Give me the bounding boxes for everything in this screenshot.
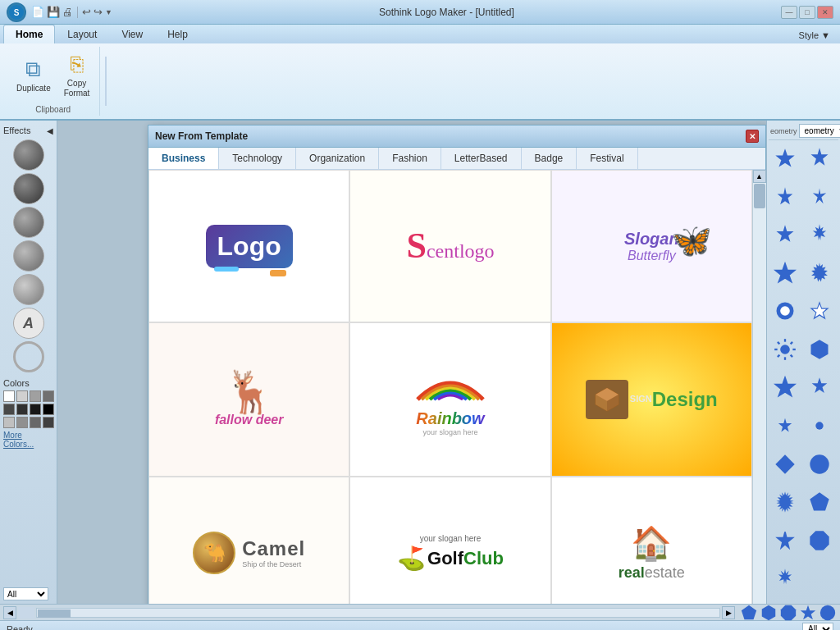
- template-golfclub[interactable]: your slogan here ⛳ GolfClub: [349, 477, 550, 604]
- shape-ring-star[interactable]: [770, 296, 800, 326]
- tab-fashion[interactable]: Fashion: [379, 148, 441, 169]
- rainbow-svg: [409, 363, 491, 404]
- shape-hexagon[interactable]: [805, 335, 834, 364]
- tab-organization[interactable]: Organization: [296, 148, 379, 169]
- all-dropdown[interactable]: All: [3, 587, 48, 600]
- shape-6star-2[interactable]: [805, 144, 834, 173]
- tab-home[interactable]: Home: [3, 25, 55, 43]
- left-panel: Effects ◀ A Colors: [0, 121, 57, 604]
- template-logo1[interactable]: Logo: [148, 170, 349, 322]
- shape-octagon[interactable]: [805, 526, 834, 555]
- shape-starburst-3[interactable]: [770, 487, 800, 517]
- scroll-h-thumb[interactable]: [38, 609, 71, 618]
- shape-star-outline-3[interactable]: [770, 526, 800, 555]
- ribbon-content: ⧉ Duplicate ⎘ CopyFormat Clipboard: [0, 43, 840, 121]
- color-dimgray[interactable]: [30, 417, 41, 428]
- shape-star-small[interactable]: [770, 411, 800, 441]
- svg-point-18: [780, 345, 790, 354]
- ribbon-separator: [105, 57, 107, 106]
- svg-text:S: S: [14, 8, 20, 17]
- color-gray[interactable]: [30, 390, 41, 402]
- color-silver[interactable]: [3, 417, 15, 428]
- shape-star-5[interactable]: [770, 220, 800, 249]
- effect-circle-5[interactable]: [13, 274, 44, 305]
- tab-letterbased[interactable]: LetterBased: [441, 148, 522, 169]
- tab-help[interactable]: Help: [155, 25, 200, 43]
- color-charcoal[interactable]: [3, 404, 15, 415]
- shape-star-outline-2[interactable]: [770, 372, 800, 402]
- tab-view[interactable]: View: [109, 25, 155, 43]
- copy-format-button[interactable]: ⎘ CopyFormat: [59, 48, 95, 102]
- status-right: All: [802, 623, 833, 631]
- tab-layout[interactable]: Layout: [55, 25, 109, 43]
- shape-star-4[interactable]: [805, 182, 834, 212]
- color-verydark[interactable]: [16, 404, 28, 415]
- minimize-button[interactable]: —: [781, 6, 797, 19]
- template-rainbow[interactable]: Rainbow your slogan here: [349, 322, 550, 477]
- shape-star-outline-1[interactable]: [770, 258, 800, 288]
- svg-marker-39: [742, 605, 756, 619]
- effect-ring[interactable]: [13, 341, 44, 372]
- bottom-pentagon-1[interactable]: [740, 604, 758, 622]
- color-black[interactable]: [43, 404, 54, 415]
- more-colors-link[interactable]: More Colors...: [3, 431, 53, 449]
- effects-collapse[interactable]: ◀: [47, 126, 53, 135]
- tab-technology[interactable]: Technology: [219, 148, 296, 169]
- dialog-close-button[interactable]: ✕: [746, 130, 759, 143]
- color-lightgray[interactable]: [16, 390, 28, 402]
- shape-diamond[interactable]: [770, 450, 800, 479]
- template-slogan[interactable]: Slogan Butterfly 🦋: [551, 170, 752, 322]
- geometry-dropdown[interactable]: eometry: [799, 124, 840, 138]
- maximize-button[interactable]: □: [799, 6, 815, 19]
- template-fallow[interactable]: 🦌 fallow deer: [148, 322, 349, 477]
- window-controls[interactable]: — □ ✕: [781, 6, 833, 19]
- effect-circle-3[interactable]: [13, 207, 44, 238]
- shape-starburst-small[interactable]: [770, 564, 800, 593]
- svg-marker-7: [810, 148, 828, 166]
- color-darkest[interactable]: [43, 417, 54, 428]
- shape-star-3[interactable]: [770, 182, 800, 212]
- color-darkgray[interactable]: [43, 390, 54, 402]
- shape-star-ring-2[interactable]: [805, 296, 834, 326]
- scroll-left-arrow[interactable]: ◀: [3, 606, 16, 619]
- all-status-dropdown[interactable]: All: [802, 623, 833, 631]
- effect-text-a[interactable]: A: [13, 308, 44, 339]
- bottom-circle[interactable]: [819, 604, 837, 622]
- geometry-label: eometry: [770, 127, 797, 135]
- scroll-right-arrow[interactable]: ▶: [722, 606, 735, 619]
- close-window-button[interactable]: ✕: [817, 6, 833, 19]
- effect-circle-4[interactable]: [13, 240, 44, 272]
- scroll-thumb[interactable]: [754, 184, 765, 208]
- effect-circle-1[interactable]: [13, 139, 44, 171]
- color-nearblack[interactable]: [30, 404, 41, 415]
- style-dropdown[interactable]: Style ▼: [792, 27, 837, 43]
- shape-6star-1[interactable]: [770, 144, 800, 173]
- tab-festival[interactable]: Festival: [577, 148, 637, 169]
- shape-burst-1[interactable]: [805, 220, 834, 249]
- bottom-octagon[interactable]: [779, 604, 797, 622]
- shape-starburst-2[interactable]: [805, 258, 834, 288]
- shape-circle[interactable]: [805, 450, 834, 479]
- shape-pentagon[interactable]: [805, 487, 834, 517]
- svg-point-43: [820, 605, 835, 619]
- tab-business[interactable]: Business: [148, 148, 219, 169]
- template-realestate[interactable]: 🏠 realestate: [551, 477, 752, 604]
- shape-pentagon-star[interactable]: [805, 372, 834, 402]
- template-scentlogo[interactable]: S centlogo: [349, 170, 550, 322]
- shape-sun[interactable]: [770, 335, 800, 364]
- template-signdesign[interactable]: SIGNDesign: [551, 322, 752, 477]
- scroll-home-btn[interactable]: [18, 607, 34, 619]
- clipboard-group-label: Clipboard: [35, 103, 71, 114]
- shape-gear[interactable]: [805, 411, 834, 441]
- scroll-up-arrow[interactable]: ▲: [753, 170, 766, 183]
- template-camel[interactable]: 🐪 Camel Ship of the Desert: [148, 477, 349, 604]
- right-panel: eometry eometry 🔍: [766, 121, 840, 604]
- bottom-star[interactable]: [799, 604, 817, 622]
- color-white[interactable]: [3, 390, 15, 402]
- box-icon: [592, 385, 622, 414]
- color-medgray[interactable]: [16, 417, 28, 428]
- tab-badge[interactable]: Badge: [522, 148, 578, 169]
- effect-circle-2[interactable]: [13, 173, 44, 204]
- bottom-hexagon[interactable]: [760, 604, 778, 622]
- duplicate-button[interactable]: ⧉ Duplicate: [11, 53, 56, 97]
